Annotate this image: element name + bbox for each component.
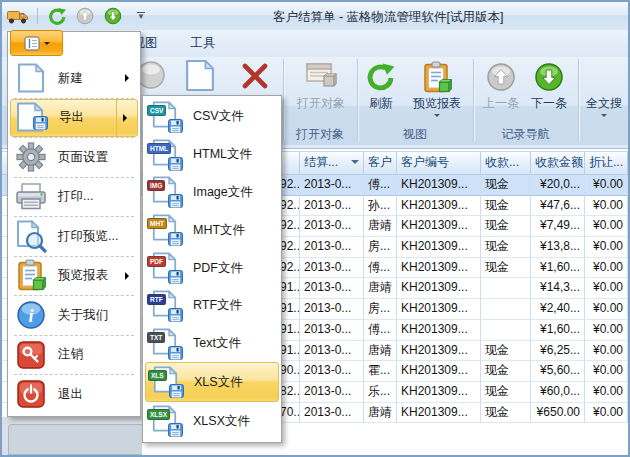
nav-down-icon[interactable] <box>102 6 124 26</box>
menu-item-export[interactable]: 导出 <box>10 99 138 138</box>
table-cell: 2013-0... <box>300 299 364 320</box>
fulltext-search-button[interactable]: 全文搜 <box>580 58 628 124</box>
sort-desc-icon <box>351 160 359 168</box>
export-item-rtf[interactable]: RTFRTF文件 <box>144 287 280 325</box>
refresh-icon[interactable] <box>46 6 68 26</box>
table-cell: ¥13,8... <box>531 237 585 258</box>
table-cell: ¥0.00 <box>585 216 628 237</box>
table-cell: 2013-0... <box>300 175 364 196</box>
table-cell: ¥0.00 <box>585 361 628 382</box>
toolbar-more-icon[interactable]: ▼ <box>130 6 152 26</box>
menu-item-page-setup[interactable]: 页面设置 <box>9 138 139 177</box>
column-header[interactable]: 收款金额 <box>531 152 585 174</box>
table-cell: ¥1,60... <box>531 320 585 341</box>
table-cell: ¥0.00 <box>585 258 628 279</box>
refresh-button[interactable]: 刷新 <box>358 58 404 124</box>
logout-icon <box>14 341 48 369</box>
table-cell <box>481 278 531 299</box>
table-cell: 唐靖 <box>364 341 397 362</box>
previous-record-button[interactable]: 上一条 <box>478 58 524 124</box>
chevron-down-icon <box>44 42 50 48</box>
table-cell: ¥0.00 <box>585 278 628 299</box>
app-menu-button[interactable] <box>10 30 63 56</box>
table-cell: KH201309... <box>397 175 481 196</box>
menu-item-label: 打印预览... <box>58 228 139 245</box>
menu-item-print[interactable]: 打印... <box>9 178 139 217</box>
table-cell: ¥7,49... <box>531 216 585 237</box>
table-cell: 现金 <box>481 196 531 217</box>
new-page-icon <box>14 63 48 93</box>
table-cell: ¥14,3... <box>531 278 585 299</box>
table-cell: 傅... <box>364 320 397 341</box>
menu-item-label: 页面设置 <box>58 149 139 166</box>
export-item-xls[interactable]: XLSXLS文件 <box>145 362 279 402</box>
export-item-csv[interactable]: CSVCSV文件 <box>144 98 280 136</box>
menu-item-exit[interactable]: 退出 <box>9 375 139 414</box>
table-cell: 2013-0... <box>300 237 364 258</box>
table-cell: KH201309... <box>397 278 481 299</box>
table-cell: ¥6,25... <box>531 341 585 362</box>
submenu-arrow-icon <box>116 100 137 137</box>
column-header[interactable]: 折让... <box>585 152 628 174</box>
table-cell: ¥5,60... <box>531 361 585 382</box>
table-cell: 2013-0... <box>300 278 364 299</box>
export-item-img[interactable]: IMGImage文件 <box>144 174 280 212</box>
next-record-button[interactable]: 下一条 <box>526 58 572 124</box>
app-truck-icon[interactable] <box>7 6 29 26</box>
table-cell: 唐靖 <box>364 278 397 299</box>
menu-item-about[interactable]: i关于我们 <box>9 296 139 335</box>
export-item-label: HTML文件 <box>193 146 252 163</box>
table-cell: 现金 <box>481 382 531 403</box>
fulltext-search-label: 全文搜 <box>586 96 622 110</box>
previous-record-label: 上一条 <box>483 96 519 110</box>
export-item-label: PDF文件 <box>193 260 243 277</box>
table-cell: 傅... <box>364 258 397 279</box>
preview-report-button[interactable]: 预览报表 <box>406 58 468 124</box>
menu-item-label: 打印... <box>58 188 139 205</box>
export-submenu-panel: CSVCSV文件HTMLHTML文件IMGImage文件MHTMHT文件PDFP… <box>142 95 282 443</box>
menu-item-print-preview[interactable]: 打印预览... <box>9 217 139 256</box>
export-item-html[interactable]: HTMLHTML文件 <box>144 136 280 174</box>
delete-icon[interactable] <box>239 60 271 96</box>
export-item-mht[interactable]: MHTMHT文件 <box>144 211 280 249</box>
table-cell: KH201309... <box>397 237 481 258</box>
export-item-label: XLSX文件 <box>193 413 250 430</box>
table-cell: 现金 <box>481 258 531 279</box>
table-cell: KH201309... <box>397 382 481 403</box>
column-header[interactable]: 收款... <box>481 152 531 174</box>
file-pdf-icon: PDF <box>149 252 183 284</box>
toolbar-separator <box>37 8 38 24</box>
table-cell: 现金 <box>481 216 531 237</box>
column-header[interactable]: 结算... <box>300 152 364 174</box>
table-cell: ¥0.00 <box>585 196 628 217</box>
tab-tools[interactable]: 工具 <box>180 30 226 57</box>
export-item-label: MHT文件 <box>193 222 245 239</box>
report-icon <box>14 259 48 292</box>
table-cell: 房... <box>364 237 397 258</box>
app-window: ▼ 客户结算单 - 蓝格物流管理软件[试用版本] 视图 工具 打开对象 <box>0 0 630 457</box>
export-item-txt[interactable]: TXTText文件 <box>144 325 280 363</box>
menu-item-new-page[interactable]: 新建 <box>9 59 139 98</box>
open-object-button[interactable]: 打开对象 <box>288 58 354 124</box>
table-cell: ¥1,60... <box>531 258 585 279</box>
table-cell: 现金 <box>481 237 531 258</box>
export-item-xlsx[interactable]: XLSXXLSX文件 <box>144 402 280 440</box>
up-arrow-icon <box>486 58 516 96</box>
menu-item-label: 新建 <box>58 70 119 87</box>
table-cell: ¥0.00 <box>585 403 628 424</box>
new-document-icon[interactable] <box>185 59 215 96</box>
print-icon <box>14 182 48 211</box>
refresh-icon <box>366 58 396 96</box>
column-header[interactable]: 客户 <box>364 152 397 174</box>
down-arrow-icon <box>534 58 564 96</box>
table-cell: KH201309... <box>397 320 481 341</box>
table-cell: ¥20,0... <box>531 175 585 196</box>
menu-item-logout[interactable]: 注销 <box>9 336 139 375</box>
title-bar: ▼ 客户结算单 - 蓝格物流管理软件[试用版本] <box>2 2 628 31</box>
quick-access-toolbar: ▼ <box>7 6 152 26</box>
column-header[interactable]: 客户编号 <box>397 152 481 174</box>
nav-up-icon[interactable] <box>74 6 96 26</box>
exit-icon <box>14 380 48 408</box>
menu-item-report[interactable]: 预览报表 <box>9 257 139 296</box>
export-item-pdf[interactable]: PDFPDF文件 <box>144 249 280 287</box>
